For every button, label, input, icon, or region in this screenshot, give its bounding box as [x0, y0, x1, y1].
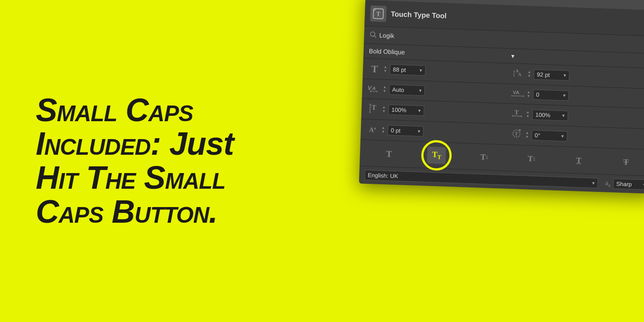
font-size-dropdown[interactable]: ▾: [419, 68, 422, 73]
antialias-group: aa Sharp ▾: [605, 178, 644, 190]
horiz-scale-group: T ▲▼ 100% ▾: [511, 107, 644, 125]
leading-group: A A ▲▼ 92 pt ▾: [512, 67, 644, 85]
baseline-group: Aa ▲▼ 0 pt ▾: [366, 124, 507, 140]
baseline-icon: Aa: [366, 125, 379, 134]
horiz-scale-arrows[interactable]: ▲▼: [526, 110, 530, 118]
panel-wrapper: ▾ Character T Touch Type Tool: [359, 0, 644, 194]
touch-type-label: Touch Type Tool: [391, 10, 447, 20]
font-size-arrows[interactable]: ▲▼: [383, 65, 387, 73]
headline: Small Caps Included: Just Hit The Small …: [36, 93, 233, 229]
tracking-field[interactable]: 0 ▾: [533, 89, 569, 101]
baseline-value: 0 pt: [391, 127, 418, 135]
horiz-scale-field[interactable]: 100% ▾: [532, 110, 568, 121]
vert-scale-group: T ▲▼ 100% ▾: [367, 102, 508, 120]
baseline-field[interactable]: 0 pt ▾: [387, 125, 424, 137]
kerning-arrows[interactable]: ▲▼: [383, 85, 387, 93]
svg-text:VA: VA: [513, 89, 520, 95]
small-caps-wrapper: TT: [427, 147, 446, 164]
vert-scale-field[interactable]: 100% ▾: [388, 105, 424, 116]
kerning-field[interactable]: Auto ▾: [389, 85, 425, 96]
language-value: English: UK: [368, 172, 593, 186]
superscript-button[interactable]: T1: [475, 148, 493, 165]
rotation-arrows[interactable]: ▲▼: [525, 131, 529, 139]
svg-text:T: T: [514, 109, 519, 115]
leading-dropdown[interactable]: ▾: [564, 72, 566, 78]
antialias-field[interactable]: Sharp ▾: [613, 178, 644, 190]
svg-line-24: [513, 116, 521, 116]
rotation-value: 0°: [534, 132, 561, 140]
svg-line-16: [512, 96, 523, 96]
rotation-group: T ▲▼ 0° ▾: [510, 128, 644, 146]
svg-text:T: T: [371, 103, 377, 111]
kerning-value: Auto: [392, 86, 419, 94]
tracking-group: VA ▲▼ 0 ▾: [511, 88, 644, 105]
headline-line1: Small Caps: [36, 93, 233, 127]
svg-marker-18: [523, 95, 525, 97]
font-size-group: T ▲▼ 88 pt ▾: [368, 63, 509, 79]
svg-text:T: T: [376, 10, 381, 17]
font-style-dropdown-arrow[interactable]: ▾: [511, 52, 644, 64]
kerning-icon: V A: [368, 83, 381, 95]
svg-text:A: A: [372, 85, 376, 91]
rotation-dropdown[interactable]: ▾: [561, 133, 564, 139]
antialias-icon: aa: [605, 179, 610, 188]
svg-point-3: [370, 32, 375, 36]
vert-scale-arrows[interactable]: ▲▼: [382, 106, 386, 113]
svg-line-4: [374, 36, 376, 38]
subscript-button[interactable]: T1: [522, 150, 541, 167]
tracking-arrows[interactable]: ▲▼: [527, 90, 531, 98]
leading-value: 92 pt: [537, 71, 564, 79]
antialias-value: Sharp: [616, 180, 643, 188]
headline-line3: Hit The Small: [36, 161, 233, 195]
font-size-field[interactable]: 88 pt ▾: [390, 64, 426, 76]
baseline-dropdown[interactable]: ▾: [418, 128, 420, 134]
leading-field[interactable]: 92 pt ▾: [534, 69, 570, 81]
font-size-value: 88 pt: [393, 66, 419, 74]
svg-text:T: T: [515, 131, 518, 136]
tracking-icon: VA: [511, 88, 524, 100]
vert-scale-value: 100%: [391, 106, 418, 114]
tracking-dropdown[interactable]: ▾: [563, 93, 566, 98]
language-dropdown[interactable]: ▾: [592, 180, 595, 186]
character-panel: ▾ Character T Touch Type Tool: [359, 0, 644, 194]
leading-arrows[interactable]: ▲▼: [527, 70, 531, 78]
rotation-field[interactable]: 0° ▾: [531, 130, 568, 142]
svg-marker-17: [512, 95, 512, 97]
tracking-value: 0: [536, 91, 563, 99]
search-icon: [369, 30, 377, 39]
svg-marker-14: [377, 91, 378, 93]
kerning-dropdown[interactable]: ▾: [419, 88, 422, 93]
kerning-group: V A ▲▼ Auto ▾: [368, 83, 508, 99]
faux-bold-button[interactable]: T: [380, 145, 398, 162]
rotation-icon: T: [510, 128, 523, 141]
horiz-scale-icon: T: [511, 107, 524, 121]
baseline-arrows[interactable]: ▲▼: [381, 126, 386, 134]
font-size-icon: T: [368, 63, 381, 75]
svg-text:V: V: [368, 85, 373, 91]
touch-type-icon: T: [370, 5, 386, 22]
horiz-scale-value: 100%: [535, 111, 562, 119]
svg-line-20: [370, 104, 370, 112]
right-section: ▾ Character T Touch Type Tool: [340, 0, 644, 322]
headline-line2: Included: Just: [36, 127, 233, 161]
headline-line4: Caps Button.: [36, 195, 233, 229]
left-section: Small Caps Included: Just Hit The Small …: [0, 0, 340, 322]
vert-scale-icon: T: [367, 102, 380, 116]
strikethrough-button[interactable]: T: [617, 153, 635, 170]
horiz-scale-dropdown[interactable]: ▾: [562, 113, 565, 119]
small-caps-label: TT: [432, 150, 442, 161]
font-style-value: Bold Oblique: [369, 47, 511, 59]
vert-scale-dropdown[interactable]: ▾: [418, 108, 421, 114]
small-caps-button[interactable]: TT: [427, 147, 446, 164]
underline-button[interactable]: T: [570, 152, 588, 169]
svg-text:A: A: [518, 72, 521, 77]
leading-icon: A A: [512, 67, 525, 80]
